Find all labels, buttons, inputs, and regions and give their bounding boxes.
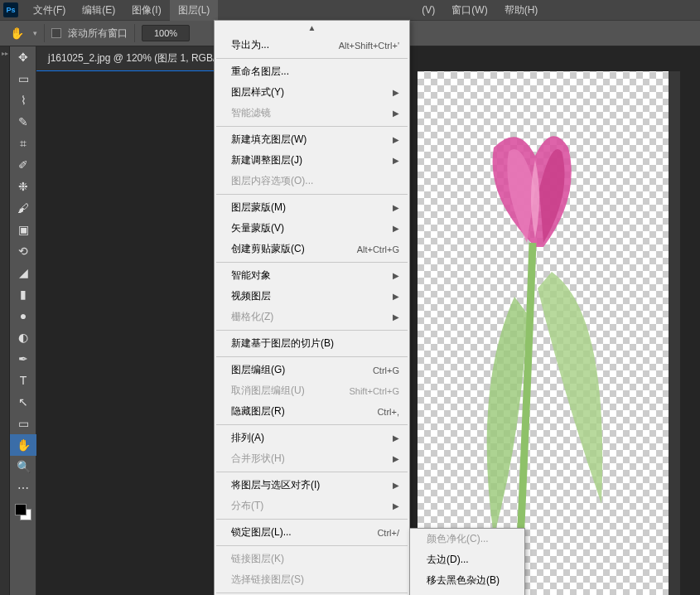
lasso-tool[interactable]: ⌇ xyxy=(10,89,36,111)
gradient-tool[interactable]: ▮ xyxy=(10,283,36,305)
menu-image[interactable]: 图像(I) xyxy=(123,0,169,21)
menu-v[interactable]: (V) xyxy=(413,1,443,19)
menu-link: 链接图层(K) xyxy=(215,549,409,569)
document-tab[interactable]: j161025_2.jpg @ 120% (图层 1, RGB/ xyxy=(36,46,227,71)
submenu-remove-white[interactable]: 移去白色杂边(W) xyxy=(410,591,524,595)
toolbar: ✥ ▭ ⌇ ✎ ⌗ ✐ ❉ 🖌 ▣ ⟲ ◢ ▮ ● ◐ ✒ T ↖ ▭ ✋ 🔍 … xyxy=(10,46,36,595)
menu-smart-object[interactable]: 智能对象▶ xyxy=(215,265,409,286)
chevron-down-icon[interactable]: ▾ xyxy=(33,29,37,37)
marquee-tool[interactable]: ▭ xyxy=(10,68,36,89)
color-swatch[interactable] xyxy=(15,504,31,520)
vertical-scrollbar[interactable] xyxy=(669,71,680,595)
menu-hide[interactable]: 隐藏图层(R)Ctrl+, xyxy=(215,401,409,422)
menu-combine-shapes: 合并形状(H)▶ xyxy=(215,448,409,469)
more-tools[interactable]: ⋯ xyxy=(10,477,36,499)
pen-tool[interactable]: ✒ xyxy=(10,348,36,370)
ps-logo: Ps xyxy=(3,2,18,17)
menu-layer-content-opts: 图层内容选项(O)... xyxy=(215,171,409,191)
menu-rasterize: 栅格化(Z)▶ xyxy=(215,307,409,327)
canvas[interactable] xyxy=(418,71,669,595)
menu-group[interactable]: 图层编组(G)Ctrl+G xyxy=(215,360,409,380)
menu-clipping-mask[interactable]: 创建剪贴蒙版(C)Alt+Ctrl+G xyxy=(215,239,409,259)
scroll-all-label: 滚动所有窗口 xyxy=(68,27,128,41)
matting-submenu: 颜色净化(C)... 去边(D)... 移去黑色杂边(B) 移去白色杂边(W) xyxy=(409,528,525,595)
menu-video-layers[interactable]: 视频图层▶ xyxy=(215,286,409,307)
zoom-tool[interactable]: 🔍 xyxy=(10,456,36,477)
zoom-100-button[interactable]: 100% xyxy=(142,25,190,41)
scroll-all-checkbox[interactable] xyxy=(51,28,61,38)
menu-help[interactable]: 帮助(H) xyxy=(496,0,547,21)
scroll-up-icon[interactable]: ▲ xyxy=(215,21,409,35)
menu-lock[interactable]: 锁定图层(L)...Ctrl+/ xyxy=(215,522,409,543)
crop-tool[interactable]: ⌗ xyxy=(10,133,36,154)
foreground-color[interactable] xyxy=(15,504,27,515)
dodge-tool[interactable]: ◐ xyxy=(10,327,36,348)
quick-select-tool[interactable]: ✎ xyxy=(10,111,36,133)
menu-vector-mask[interactable]: 矢量蒙版(V)▶ xyxy=(215,218,409,239)
menu-edit[interactable]: 编辑(E) xyxy=(74,0,123,21)
menu-align-selection[interactable]: 将图层与选区对齐(I)▶ xyxy=(215,475,409,496)
move-tool[interactable]: ✥ xyxy=(10,46,36,68)
menubar: Ps 文件(F) 编辑(E) 图像(I) 图层(L) (V) 窗口(W) 帮助(… xyxy=(0,0,700,20)
submenu-color-decon: 颜色净化(C)... xyxy=(410,529,524,549)
menu-smart-filter: 智能滤镜▶ xyxy=(215,103,409,123)
type-tool[interactable]: T xyxy=(10,370,36,391)
menu-select-linked: 选择链接图层(S) xyxy=(215,569,409,590)
healing-tool[interactable]: ❉ xyxy=(10,176,36,197)
tulip-image xyxy=(436,114,651,587)
menu-new-slice[interactable]: 新建基于图层的切片(B) xyxy=(215,333,409,354)
submenu-remove-black[interactable]: 移去黑色杂边(B) xyxy=(410,570,524,591)
brush-tool[interactable]: 🖌 xyxy=(10,197,36,219)
eyedropper-tool[interactable]: ✐ xyxy=(10,154,36,176)
menu-window[interactable]: 窗口(W) xyxy=(443,0,495,21)
eraser-tool[interactable]: ◢ xyxy=(10,262,36,283)
menu-new-fill[interactable]: 新建填充图层(W)▶ xyxy=(215,129,409,150)
expand-icon[interactable]: ▸▸ xyxy=(0,46,9,57)
menu-export-as[interactable]: 导出为...Alt+Shift+Ctrl+' xyxy=(215,35,409,56)
menu-distribute: 分布(T)▶ xyxy=(215,496,409,516)
hand-tool[interactable]: ✋ xyxy=(10,434,36,456)
blur-tool[interactable]: ● xyxy=(10,305,36,327)
layer-menu-dropdown: ▲ 导出为...Alt+Shift+Ctrl+' 重命名图层... 图层样式(Y… xyxy=(214,20,410,595)
history-brush-tool[interactable]: ⟲ xyxy=(10,240,36,262)
menu-rename-layer[interactable]: 重命名图层... xyxy=(215,61,409,82)
menu-layer-mask[interactable]: 图层蒙版(M)▶ xyxy=(215,197,409,218)
hand-tool-icon[interactable]: ✋ xyxy=(7,23,27,43)
tool-gutter: ▸▸ xyxy=(0,46,10,595)
menu-ungroup: 取消图层编组(U)Shift+Ctrl+G xyxy=(215,380,409,401)
menu-layer-style[interactable]: 图层样式(Y)▶ xyxy=(215,82,409,103)
menu-new-adjust[interactable]: 新建调整图层(J)▶ xyxy=(215,150,409,171)
menu-arrange[interactable]: 排列(A)▶ xyxy=(215,428,409,448)
menu-file[interactable]: 文件(F) xyxy=(25,0,74,21)
stamp-tool[interactable]: ▣ xyxy=(10,219,36,240)
submenu-defringe[interactable]: 去边(D)... xyxy=(410,549,524,570)
shape-tool[interactable]: ▭ xyxy=(10,413,36,434)
menu-layer[interactable]: 图层(L) xyxy=(170,0,219,21)
path-select-tool[interactable]: ↖ xyxy=(10,391,36,413)
